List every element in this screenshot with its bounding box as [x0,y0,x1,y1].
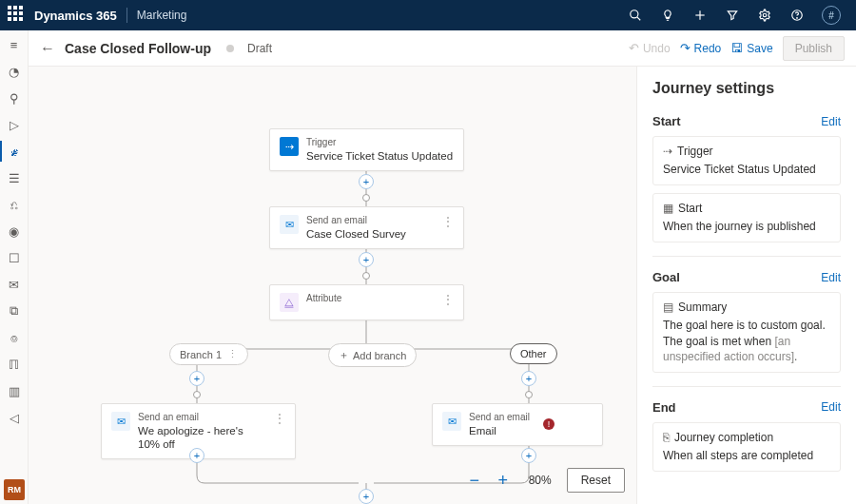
add-step-button[interactable]: + [359,252,374,267]
nav-play-icon[interactable]: ▷ [4,114,25,135]
svg-point-6 [797,18,798,19]
tile-caption: Send an email [469,412,530,424]
zoom-in-button[interactable]: + [493,470,514,491]
redo-icon: ↷ [680,41,691,55]
product-brand: Dynamics 365 [34,9,117,23]
card-goal-summary[interactable]: ▤Summary The goal here is to custom goal… [652,292,841,373]
nav-hamburger-icon[interactable]: ≡ [4,34,25,55]
publish-button[interactable]: Publish [783,36,845,61]
zoom-percent: 80% [521,474,559,487]
nav-journeys-icon[interactable]: ⸙ [0,141,29,162]
nav-flow-icon[interactable]: ⎌ [4,194,25,215]
status-dot-icon [226,45,234,52]
help-icon[interactable] [789,8,805,23]
branch-menu-icon[interactable]: ⋮ [227,348,238,360]
redo-button[interactable]: ↷Redo [680,41,722,55]
persona-badge[interactable]: RM [4,479,25,500]
nav-pin-icon[interactable]: ⚲ [4,87,25,108]
terminal-node [193,391,201,398]
journey-settings-panel: Journey settings Start Edit ⇢Trigger Ser… [637,67,856,504]
filter-icon[interactable] [725,8,740,23]
email-icon: ✉ [111,412,130,431]
nav-globe-icon[interactable]: ◉ [4,221,25,242]
section-goal-header: Goal Edit [652,270,841,284]
undo-button[interactable]: ↶Undo [629,41,671,55]
tile-name: Case Closed Survey [306,227,406,241]
tile-menu-icon[interactable]: ⋮ [437,215,454,228]
tile-name: Email [469,424,530,437]
app-name: Marketing [137,9,187,22]
nav-library-icon[interactable]: ℿ [4,354,25,375]
zoom-reset-button[interactable]: Reset [567,468,625,493]
terminal-node [525,391,533,398]
add-step-button[interactable]: + [521,371,536,386]
tile-menu-icon[interactable]: ⋮ [268,412,285,425]
back-button[interactable]: ← [40,40,55,57]
section-title: Start [652,114,681,128]
nav-chat-icon[interactable]: ⌾ [4,327,25,348]
nav-collapse-icon[interactable]: ◁ [4,407,25,428]
section-title: End [652,400,676,415]
add-branch-button[interactable]: ＋ Add branch [328,343,417,367]
save-button[interactable]: 🖫Save [730,41,772,55]
search-icon[interactable] [628,8,643,23]
svg-point-0 [631,10,638,18]
attribute-icon: ⧋ [280,293,299,312]
tile-caption: Send an email [306,215,406,227]
terminal-node [362,194,370,202]
journey-title: Case Closed Follow-up [65,41,211,56]
card-trigger[interactable]: ⇢Trigger Service Ticket Status Updated [652,136,841,185]
nav-device-icon[interactable]: ⧉ [4,300,25,321]
zoom-out-button[interactable]: − [464,470,485,491]
nav-form-icon[interactable]: ☐ [4,247,25,268]
user-avatar[interactable]: # [822,6,841,25]
section-end-header: End Edit [652,400,841,415]
idea-icon[interactable] [660,8,675,23]
tile-email-survey[interactable]: ✉ Send an email Case Closed Survey ⋮ [269,206,464,249]
save-icon: 🖫 [730,41,743,55]
global-top-bar: Dynamics 365 Marketing # [0,0,856,30]
branch-label-text: Branch 1 [180,349,222,360]
nav-segments-icon[interactable]: ☰ [4,167,25,188]
branch-label-pill[interactable]: Branch 1 ⋮ [169,343,248,365]
add-icon[interactable] [692,8,708,23]
card-start[interactable]: ▦Start When the journey is published [652,193,841,242]
panel-heading: Journey settings [652,80,841,97]
zoom-controls: − + 80% Reset [464,468,625,493]
add-step-button[interactable]: + [189,448,204,463]
section-start-header: Start Edit [652,114,841,128]
edit-end-link[interactable]: Edit [821,400,841,414]
plus-icon: ＋ [339,348,349,362]
panel-divider [652,256,841,257]
section-title: Goal [652,270,680,284]
add-step-button[interactable]: + [189,371,204,386]
trigger-icon: ⇢ [663,145,672,158]
nav-recent-icon[interactable]: ◔ [4,61,25,82]
gear-icon[interactable] [757,8,772,23]
exit-icon: ⎘ [663,431,670,444]
add-step-button[interactable]: + [521,448,536,463]
card-end[interactable]: ⎘Journey completion When all steps are c… [652,422,841,472]
edit-goal-link[interactable]: Edit [821,271,841,284]
tile-caption: Send an email [138,412,261,424]
tile-email-generic[interactable]: ✉ Send an email Email ! [432,403,603,446]
journey-canvas[interactable]: ⇢ Trigger Service Ticket Status Updated … [29,67,637,504]
branch-other-pill[interactable]: Other [510,343,557,364]
tile-menu-icon[interactable]: ⋮ [437,293,454,306]
left-nav-rail: ≡ ◔ ⚲ ▷ ⸙ ☰ ⎌ ◉ ☐ ✉ ⧉ ⌾ ℿ ▥ ◁ RM [0,30,29,504]
tile-trigger[interactable]: ⇢ Trigger Service Ticket Status Updated [269,128,464,171]
trigger-icon: ⇢ [280,137,299,156]
top-bar-actions: # [628,6,848,25]
error-badge-icon[interactable]: ! [543,418,554,430]
nav-report-icon[interactable]: ▥ [4,380,25,401]
tile-caption: Attribute [306,293,341,305]
svg-point-4 [763,13,767,17]
edit-start-link[interactable]: Edit [821,115,841,128]
add-step-button[interactable]: + [359,174,374,189]
tile-caption: Trigger [306,137,453,149]
app-launcher-icon[interactable] [8,6,27,25]
tile-attribute[interactable]: ⧋ Attribute ⋮ [269,284,464,320]
nav-mail-icon[interactable]: ✉ [4,274,25,295]
undo-icon: ↶ [629,41,639,55]
add-step-button[interactable]: + [359,489,374,504]
